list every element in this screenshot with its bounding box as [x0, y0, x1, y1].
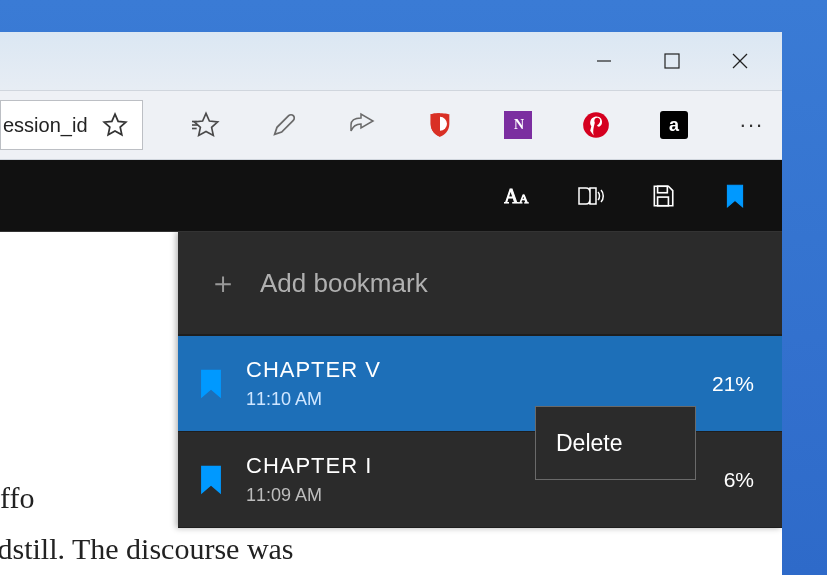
bookmark-time: 11:09 AM	[246, 485, 724, 506]
read-aloud-icon	[576, 183, 606, 209]
close-icon	[731, 52, 749, 70]
pinterest-extension[interactable]	[579, 108, 613, 142]
minimize-icon	[595, 52, 613, 70]
add-bookmark-label: Add bookmark	[260, 268, 428, 299]
star-burst-icon	[192, 111, 220, 139]
font-size-icon: A A	[504, 183, 534, 209]
svg-rect-1	[665, 54, 679, 68]
reading-list-button[interactable]	[189, 108, 223, 142]
address-input[interactable]	[1, 114, 97, 137]
svg-rect-12	[658, 197, 669, 206]
browser-window: N a ··· A A	[0, 32, 782, 575]
star-icon	[102, 112, 128, 138]
bookmark-icon	[725, 183, 745, 209]
svg-point-8	[583, 112, 609, 138]
minimize-button[interactable]	[590, 47, 618, 75]
bookmark-text: CHAPTER V 11:10 AM	[246, 357, 712, 410]
bookmark-icon	[194, 367, 228, 401]
pen-icon	[270, 111, 298, 139]
address-bar[interactable]	[0, 100, 143, 150]
amazon-extension[interactable]: a	[657, 108, 691, 142]
read-aloud-button[interactable]	[576, 181, 606, 211]
favorite-star-button[interactable]	[97, 107, 133, 143]
plus-icon: ＋	[208, 263, 238, 304]
context-menu-delete[interactable]: Delete	[535, 406, 696, 480]
add-bookmark-button[interactable]: ＋ Add bookmark	[178, 232, 782, 336]
save-button[interactable]	[648, 181, 678, 211]
page-line-2: ead standstill. The discourse was	[0, 523, 460, 574]
amazon-icon: a	[660, 111, 688, 139]
titlebar	[0, 32, 782, 90]
more-icon: ···	[740, 112, 764, 138]
toolbar: N a ···	[0, 90, 782, 160]
onenote-icon: N	[504, 111, 532, 139]
reader-content: d and suffo ead standstill. The discours…	[0, 232, 782, 575]
save-icon	[650, 183, 676, 209]
bookmark-title: CHAPTER V	[246, 357, 712, 383]
pinterest-icon	[582, 111, 610, 139]
close-button[interactable]	[726, 47, 754, 75]
maximize-button[interactable]	[658, 47, 686, 75]
share-icon	[347, 111, 377, 139]
svg-text:A: A	[519, 191, 529, 206]
ublock-icon	[426, 111, 454, 139]
bookmarks-button[interactable]	[720, 181, 750, 211]
bookmark-percent: 21%	[712, 372, 754, 396]
toolbar-icons: N a ···	[189, 108, 769, 142]
onenote-extension[interactable]: N	[501, 108, 535, 142]
share-button[interactable]	[345, 108, 379, 142]
bookmark-icon	[194, 463, 228, 497]
svg-rect-11	[658, 186, 668, 193]
bookmark-percent: 6%	[724, 468, 754, 492]
ublock-extension[interactable]	[423, 108, 457, 142]
more-button[interactable]: ···	[735, 108, 769, 142]
svg-text:A: A	[504, 185, 519, 207]
font-size-button[interactable]: A A	[504, 181, 534, 211]
reader-toolbar: A A	[0, 160, 782, 232]
context-menu-delete-label: Delete	[556, 430, 622, 457]
pen-button[interactable]	[267, 108, 301, 142]
bookmarks-panel: ＋ Add bookmark CHAPTER V 11:10 AM 21% CH…	[178, 232, 782, 528]
maximize-icon	[664, 53, 680, 69]
